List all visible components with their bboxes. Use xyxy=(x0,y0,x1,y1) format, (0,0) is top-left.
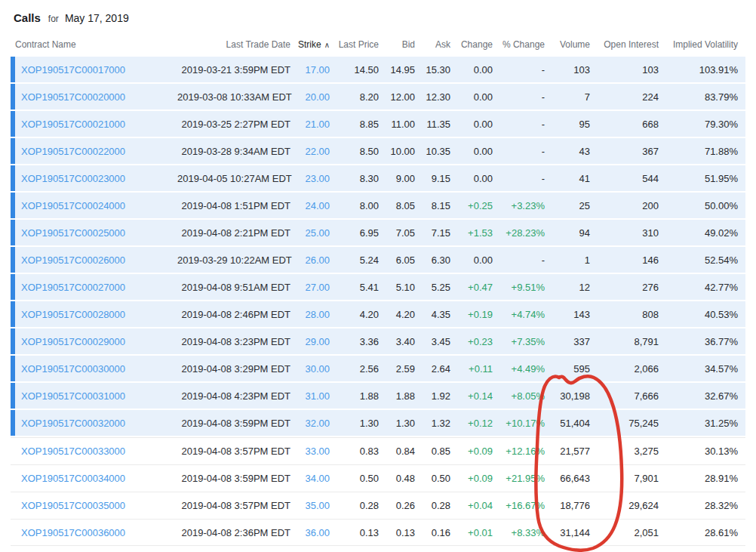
contract-link[interactable]: XOP190517C00023000 xyxy=(15,173,177,184)
cell-strike: 36.00 xyxy=(290,527,330,538)
cell-last_trade_date: 2019-04-08 1:51PM EDT xyxy=(177,200,290,211)
cell-strike: 34.00 xyxy=(290,473,330,484)
contract-link[interactable]: XOP190517C00021000 xyxy=(15,119,177,130)
cell-last_price: 5.41 xyxy=(330,282,379,293)
column-header-last_price[interactable]: Last Price xyxy=(330,39,379,50)
cell-bid: 14.95 xyxy=(379,64,415,76)
column-header-bid[interactable]: Bid xyxy=(379,39,415,50)
contract-link[interactable]: XOP190517C00034000 xyxy=(15,473,177,484)
expiration-date: May 17, 2019 xyxy=(65,12,129,24)
contract-link[interactable]: XOP190517C00020000 xyxy=(15,91,177,103)
column-header-change[interactable]: Change xyxy=(450,39,493,50)
cell-ask: 12.30 xyxy=(415,91,450,103)
contract-link[interactable]: XOP190517C00035000 xyxy=(15,500,177,511)
column-header-label: Last Price xyxy=(339,39,379,50)
column-header-pct_change[interactable]: % Change xyxy=(493,39,545,50)
cell-change: +0.09 xyxy=(450,446,493,457)
column-header-last_trade_date[interactable]: Last Trade Date xyxy=(177,39,290,50)
cell-open_interest: 668 xyxy=(590,119,659,130)
column-header-volume[interactable]: Volume xyxy=(545,39,590,50)
cell-change: 0.00 xyxy=(450,64,493,76)
option-row: XOP190517C000360002019-04-08 2:36PM EDT3… xyxy=(11,519,745,546)
cell-pct_change: +12.16% xyxy=(493,446,545,457)
cell-last_price: 5.24 xyxy=(330,254,379,266)
column-header-label: Ask xyxy=(435,39,450,50)
option-row: XOP190517C000250002019-04-08 2:21PM EDT2… xyxy=(11,220,745,245)
cell-last_price: 0.13 xyxy=(330,527,379,538)
cell-last_price: 1.30 xyxy=(330,418,379,429)
cell-bid: 1.88 xyxy=(379,390,415,402)
cell-last_price: 14.50 xyxy=(330,64,379,76)
contract-link[interactable]: XOP190517C00033000 xyxy=(15,446,177,457)
contract-link[interactable]: XOP190517C00027000 xyxy=(15,282,177,293)
contract-link[interactable]: XOP190517C00036000 xyxy=(15,527,177,538)
cell-last_trade_date: 2019-04-08 2:21PM EDT xyxy=(177,227,290,239)
column-header-implied_volatility[interactable]: Implied Volatility xyxy=(659,39,738,50)
contract-link[interactable]: XOP190517C00031000 xyxy=(15,390,177,402)
cell-open_interest: 7,901 xyxy=(590,473,659,484)
cell-pct_change: - xyxy=(493,146,545,157)
contract-link[interactable]: XOP190517C00026000 xyxy=(15,254,177,266)
option-row: XOP190517C000320002019-04-08 3:59PM EDT3… xyxy=(11,410,745,436)
cell-volume: 18,776 xyxy=(545,500,590,511)
option-row: XOP190517C000290002019-04-08 3:23PM EDT2… xyxy=(11,328,745,354)
cell-last_price: 3.36 xyxy=(330,336,379,347)
cell-open_interest: 367 xyxy=(590,146,659,157)
cell-last_trade_date: 2019-04-08 3:59PM EDT xyxy=(177,418,290,429)
option-row: XOP190517C000260002019-03-29 10:22AM EDT… xyxy=(11,247,745,273)
column-header-label: Volume xyxy=(560,39,590,50)
cell-implied_volatility: 49.02% xyxy=(659,227,738,239)
cell-last_trade_date: 2019-04-08 3:59PM EDT xyxy=(177,473,290,484)
contract-link[interactable]: XOP190517C00024000 xyxy=(15,200,177,211)
cell-last_trade_date: 2019-03-21 3:59PM EDT xyxy=(177,64,290,76)
cell-strike: 20.00 xyxy=(290,91,330,103)
contract-link[interactable]: XOP190517C00029000 xyxy=(15,336,177,347)
cell-last_trade_date: 2019-04-08 3:57PM EDT xyxy=(177,500,290,511)
cell-open_interest: 200 xyxy=(590,200,659,211)
cell-last_price: 0.28 xyxy=(330,500,379,511)
cell-implied_volatility: 34.57% xyxy=(659,363,738,375)
contract-link[interactable]: XOP190517C00025000 xyxy=(15,227,177,239)
column-header-contract[interactable]: Contract Name xyxy=(15,39,177,50)
cell-implied_volatility: 51.95% xyxy=(659,173,738,184)
cell-implied_volatility: 30.13% xyxy=(659,446,738,457)
option-row: XOP190517C000340002019-04-08 3:59PM EDT3… xyxy=(11,464,745,492)
cell-last_trade_date: 2019-04-08 3:57PM EDT xyxy=(177,446,290,457)
cell-volume: 12 xyxy=(545,282,590,293)
cell-strike: 27.00 xyxy=(290,282,330,293)
cell-bid: 3.40 xyxy=(379,336,415,347)
option-row: XOP190517C000270002019-04-08 9:51AM EDT2… xyxy=(11,274,745,300)
cell-last_trade_date: 2019-04-08 3:29PM EDT xyxy=(177,363,290,375)
cell-last_price: 8.00 xyxy=(330,200,379,211)
option-row: XOP190517C000330002019-04-08 3:57PM EDT3… xyxy=(11,437,745,464)
cell-strike: 24.00 xyxy=(290,200,330,211)
cell-last_trade_date: 2019-04-08 2:36PM EDT xyxy=(177,527,290,538)
cell-bid: 2.59 xyxy=(379,363,415,375)
contract-link[interactable]: XOP190517C00017000 xyxy=(15,64,177,76)
cell-volume: 143 xyxy=(545,309,590,320)
cell-open_interest: 310 xyxy=(590,227,659,239)
cell-strike: 22.00 xyxy=(290,146,330,157)
cell-implied_volatility: 36.77% xyxy=(659,336,738,347)
cell-change: 0.00 xyxy=(450,119,493,130)
column-header-strike[interactable]: Strike∧ xyxy=(290,39,330,50)
cell-bid: 6.05 xyxy=(379,254,415,266)
column-header-open_interest[interactable]: Open Interest xyxy=(590,39,659,50)
cell-strike: 35.00 xyxy=(290,500,330,511)
column-header-label: Implied Volatility xyxy=(673,39,738,50)
contract-link[interactable]: XOP190517C00022000 xyxy=(15,146,177,157)
contract-link[interactable]: XOP190517C00032000 xyxy=(15,418,177,429)
column-header-label: Last Trade Date xyxy=(226,39,290,50)
cell-pct_change: - xyxy=(493,64,545,76)
contract-link[interactable]: XOP190517C00028000 xyxy=(15,309,177,320)
table-body: XOP190517C000170002019-03-21 3:59PM EDT1… xyxy=(11,57,745,546)
cell-ask: 8.15 xyxy=(415,200,450,211)
column-header-label: Open Interest xyxy=(604,39,659,50)
cell-change: 0.00 xyxy=(450,173,493,184)
cell-open_interest: 7,666 xyxy=(590,390,659,402)
column-header-ask[interactable]: Ask xyxy=(415,39,450,50)
table-title: CallsforMay 17, 2019 xyxy=(0,0,756,35)
cell-volume: 95 xyxy=(545,119,590,130)
contract-link[interactable]: XOP190517C00030000 xyxy=(15,363,177,375)
column-header-label: Contract Name xyxy=(15,39,76,50)
